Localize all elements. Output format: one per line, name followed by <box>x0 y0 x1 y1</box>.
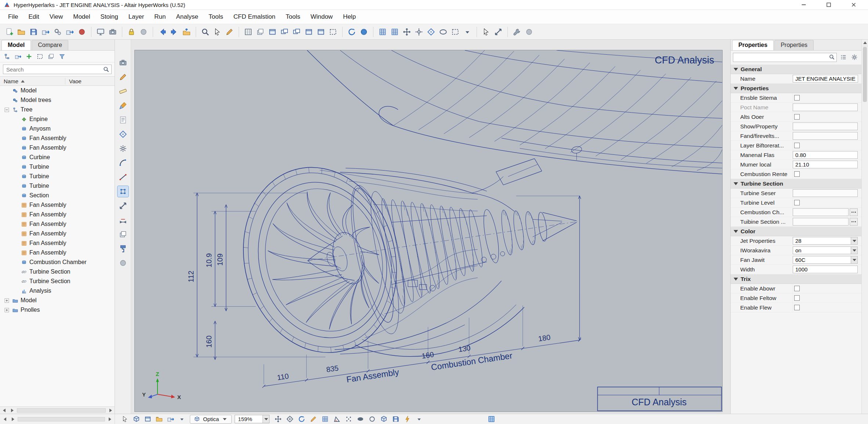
shaded-sphere-icon[interactable] <box>358 26 369 37</box>
search-icon[interactable] <box>829 54 835 60</box>
tree-item[interactable]: Model <box>0 296 115 305</box>
checkbox[interactable] <box>794 171 800 177</box>
scroll-left-icon[interactable] <box>0 407 8 414</box>
brush-icon[interactable] <box>117 100 129 111</box>
property-row[interactable]: Ensble Sitema <box>731 93 861 103</box>
tree-item[interactable]: Fan Assembly <box>0 200 115 210</box>
grid-display-icon[interactable] <box>320 414 330 424</box>
collapse-triangle-icon[interactable] <box>734 278 738 281</box>
ellipse-filled-icon[interactable] <box>355 414 365 424</box>
minimize-button[interactable] <box>797 1 811 9</box>
pen-tool-icon[interactable] <box>117 72 129 83</box>
window-cascade-icon[interactable] <box>291 26 302 37</box>
lock-icon[interactable] <box>126 26 137 37</box>
tree-item[interactable]: Model <box>0 86 115 95</box>
tree-item[interactable]: Analysis <box>0 286 115 296</box>
import-tree-icon[interactable] <box>13 52 23 61</box>
property-row[interactable]: Tuibine Section ... <box>731 217 861 227</box>
collapse-triangle-icon[interactable] <box>734 87 738 90</box>
save-icon[interactable] <box>28 26 39 37</box>
eraser-icon[interactable] <box>117 257 129 268</box>
property-group-header[interactable]: Properties <box>731 84 861 93</box>
properties-filter-input[interactable] <box>733 53 837 62</box>
tree-item[interactable]: Section <box>0 191 115 200</box>
tree-item[interactable]: Pnolles <box>0 305 115 315</box>
dropdown-field[interactable]: on <box>793 246 858 254</box>
maximize-button[interactable] <box>822 1 836 9</box>
sketch-icon[interactable] <box>308 414 318 424</box>
scene-folder-icon[interactable] <box>154 414 164 424</box>
menu-window[interactable]: Window <box>305 11 338 23</box>
arc-tool-icon[interactable] <box>117 157 129 168</box>
property-group-header[interactable]: Color <box>731 227 861 236</box>
scroll-up-icon[interactable] <box>862 40 868 46</box>
view-cube-icon[interactable] <box>131 414 141 424</box>
mesh-node-icon[interactable] <box>117 186 129 197</box>
angle-measure-icon[interactable] <box>332 414 342 424</box>
menu-tools[interactable]: Tools <box>203 11 228 23</box>
checkbox[interactable] <box>794 286 800 291</box>
property-row[interactable]: Poct Name <box>731 103 861 112</box>
property-row[interactable]: Fan Jawit60C <box>731 255 861 265</box>
table-display-icon[interactable] <box>487 414 496 424</box>
export-icon[interactable] <box>64 26 75 37</box>
orbit-icon[interactable] <box>297 414 307 424</box>
checkbox[interactable] <box>794 200 800 205</box>
tree-item[interactable]: Turbine <box>0 181 115 191</box>
filter-icon[interactable] <box>57 52 67 61</box>
value-field[interactable]: 21.10 <box>793 161 858 168</box>
scroll-track[interactable] <box>17 408 106 413</box>
property-row[interactable]: Turbine Seser <box>731 189 861 198</box>
value-field[interactable] <box>793 189 858 197</box>
menu-cfd-emalstion[interactable]: CFD Emalstion <box>228 11 281 23</box>
ruler-icon[interactable] <box>117 86 129 97</box>
material-red-icon[interactable] <box>76 26 87 37</box>
plus-box-icon[interactable] <box>4 297 10 304</box>
tree-item[interactable]: Model trees <box>0 95 115 105</box>
tree-item[interactable]: Fan Assembly <box>0 248 115 257</box>
caret-down-icon[interactable] <box>851 237 857 244</box>
probe-icon[interactable] <box>481 26 492 37</box>
property-row[interactable]: Jet Properties28 <box>731 236 861 246</box>
section-cut-icon[interactable] <box>117 200 129 211</box>
menu-tools[interactable]: Tools <box>281 11 305 23</box>
property-row[interactable]: Turbine Level <box>731 198 861 208</box>
annotate-pen-icon[interactable] <box>224 26 235 37</box>
scroll-right-icon[interactable] <box>9 416 17 423</box>
menu-run[interactable]: Run <box>149 11 171 23</box>
collapse-all-icon[interactable] <box>35 52 45 61</box>
window-slash-icon[interactable] <box>328 26 339 37</box>
zoom-combobox[interactable]: 159% <box>235 415 270 423</box>
fit-screen-icon[interactable] <box>95 26 106 37</box>
gear-tool-icon[interactable] <box>117 143 129 154</box>
data-table-icon[interactable] <box>243 26 254 37</box>
scroll-right-icon[interactable] <box>8 407 16 414</box>
tree-item[interactable]: Fan Assembly <box>0 219 115 229</box>
grid-measure-icon[interactable] <box>389 26 400 37</box>
tab-properties-1[interactable]: Properties <box>732 40 774 50</box>
property-group-header[interactable]: Trix <box>731 274 861 284</box>
property-row[interactable]: Enable Flew <box>731 303 861 312</box>
window-split-icon[interactable] <box>315 26 326 37</box>
move-axes-icon[interactable] <box>401 26 412 37</box>
tree-item[interactable]: Anyosm <box>0 124 115 134</box>
tree-item[interactable]: Fan Assembly <box>0 238 115 248</box>
property-group-header[interactable]: Turbine Section <box>731 179 861 189</box>
value-field[interactable] <box>793 123 858 130</box>
nav-back-icon[interactable] <box>157 26 168 37</box>
checkbox[interactable] <box>794 295 800 301</box>
property-row[interactable]: Enable Abowr <box>731 284 861 293</box>
checkbox[interactable] <box>794 114 800 120</box>
tab-compare[interactable]: Compare <box>32 40 68 50</box>
menu-stoing[interactable]: Stoing <box>95 11 123 23</box>
tree-item[interactable]: Turbine Section <box>0 267 115 277</box>
value-field[interactable]: 1000 <box>793 266 858 273</box>
notes-icon[interactable] <box>117 114 129 125</box>
collapse-triangle-icon[interactable] <box>734 68 738 71</box>
tree-item[interactable]: Turbine <box>0 162 115 172</box>
ellipse-tool-icon[interactable] <box>438 26 449 37</box>
value-field[interactable]: 0.80 <box>793 151 858 159</box>
menu-file[interactable]: File <box>3 11 23 23</box>
view-front-icon[interactable] <box>143 414 153 424</box>
paint-icon[interactable] <box>117 243 129 254</box>
